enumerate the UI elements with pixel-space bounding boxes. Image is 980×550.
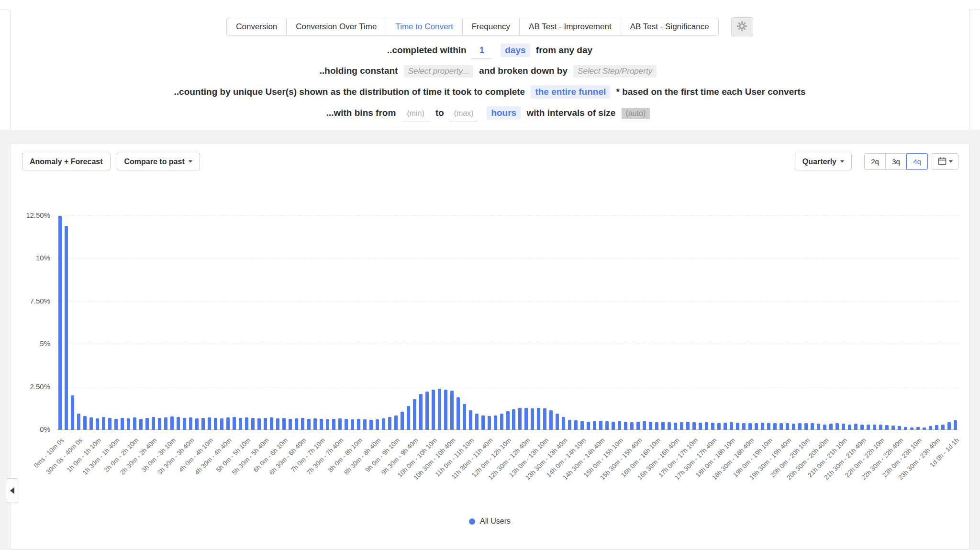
histogram-bar-40[interactable] — [307, 419, 311, 430]
range-3q-button[interactable]: 3q — [885, 153, 907, 170]
histogram-bar-113[interactable] — [761, 423, 764, 430]
bin-min-input[interactable]: (min) — [402, 105, 430, 122]
histogram-bar-56[interactable] — [407, 406, 410, 430]
histogram-bar-30[interactable] — [245, 417, 248, 430]
histogram-bar-25[interactable] — [214, 418, 217, 430]
histogram-bar-70[interactable] — [494, 415, 497, 430]
histogram-bar-100[interactable] — [680, 422, 683, 430]
histogram-bar-65[interactable] — [463, 404, 466, 430]
histogram-bar-123[interactable] — [823, 425, 826, 430]
anomaly-forecast-button[interactable]: Anomaly + Forecast — [22, 153, 111, 170]
histogram-bar-99[interactable] — [674, 423, 677, 430]
histogram-bar-27[interactable] — [226, 417, 230, 430]
histogram-bar-116[interactable] — [780, 423, 783, 430]
histogram-bar-2[interactable] — [71, 395, 74, 430]
histogram-bar-13[interactable] — [139, 419, 143, 430]
histogram-bar-128[interactable] — [854, 424, 858, 430]
bin-unit-dropdown[interactable]: hours — [487, 106, 521, 120]
histogram-bar-43[interactable] — [326, 419, 329, 430]
histogram-bar-84[interactable] — [580, 421, 584, 430]
histogram-bar-66[interactable] — [469, 410, 472, 430]
histogram-bar-133[interactable] — [885, 425, 889, 430]
histogram-bar-122[interactable] — [817, 424, 820, 430]
histogram-bar-1[interactable] — [65, 226, 68, 430]
histogram-bar-59[interactable] — [425, 392, 429, 430]
histogram-bar-16[interactable] — [158, 418, 161, 430]
bin-size-input[interactable]: (auto) — [622, 108, 650, 119]
histogram-bar-80[interactable] — [556, 414, 559, 430]
histogram-bar-19[interactable] — [177, 417, 180, 430]
tab-ab-test-significance[interactable]: AB Test - Significance — [621, 18, 719, 36]
histogram-bar-96[interactable] — [655, 422, 658, 430]
date-picker-button[interactable] — [932, 153, 958, 170]
sidebar-collapse-handle[interactable] — [6, 478, 18, 503]
histogram-bar-93[interactable] — [636, 422, 640, 430]
histogram-bar-58[interactable] — [419, 394, 423, 430]
histogram-bar-127[interactable] — [848, 425, 851, 430]
histogram-bar-137[interactable] — [910, 427, 913, 430]
histogram-bar-54[interactable] — [394, 415, 398, 430]
histogram-bar-119[interactable] — [798, 423, 802, 430]
histogram-bar-134[interactable] — [891, 426, 895, 430]
histogram-bar-109[interactable] — [736, 423, 739, 430]
histogram-bar-98[interactable] — [668, 422, 671, 430]
histogram-bar-69[interactable] — [488, 416, 491, 430]
histogram-bar-41[interactable] — [313, 418, 317, 430]
histogram-bar-143[interactable] — [947, 422, 951, 430]
histogram-bar-28[interactable] — [233, 417, 236, 430]
histogram-bar-51[interactable] — [376, 419, 379, 430]
histogram-bar-71[interactable] — [500, 414, 503, 430]
tab-ab-test-improvement[interactable]: AB Test - Improvement — [519, 18, 621, 36]
histogram-bar-23[interactable] — [201, 418, 205, 430]
histogram-bar-42[interactable] — [320, 419, 323, 430]
histogram-bar-125[interactable] — [835, 423, 839, 430]
histogram-bar-95[interactable] — [649, 422, 652, 430]
histogram-bar-81[interactable] — [562, 417, 565, 430]
histogram-bar-52[interactable] — [382, 418, 385, 430]
histogram-bar-126[interactable] — [842, 424, 845, 430]
time-unit-dropdown[interactable]: days — [501, 44, 530, 57]
histogram-bar-124[interactable] — [829, 424, 833, 430]
histogram-bar-87[interactable] — [599, 421, 602, 430]
tab-conversion-over-time[interactable]: Conversion Over Time — [286, 18, 386, 36]
tab-conversion[interactable]: Conversion — [226, 18, 287, 36]
range-2q-button[interactable]: 2q — [864, 153, 886, 170]
histogram-bar-85[interactable] — [587, 422, 590, 430]
histogram-bar-60[interactable] — [432, 390, 435, 430]
histogram-bar-22[interactable] — [195, 418, 199, 430]
histogram-bar-48[interactable] — [357, 419, 360, 430]
histogram-bar-121[interactable] — [811, 423, 814, 430]
select-property-dropdown[interactable]: Select property... — [404, 65, 473, 78]
histogram-bar-61[interactable] — [438, 389, 441, 430]
histogram-bar-63[interactable] — [450, 391, 454, 430]
histogram-bar-92[interactable] — [630, 422, 634, 430]
histogram-bar-18[interactable] — [170, 416, 174, 430]
histogram-bar-131[interactable] — [873, 425, 876, 430]
select-step-property-dropdown[interactable]: Select Step/Property — [573, 65, 657, 78]
histogram-bar-115[interactable] — [773, 423, 777, 430]
histogram-bar-138[interactable] — [916, 427, 920, 430]
histogram-bar-74[interactable] — [518, 408, 522, 430]
histogram-bar-62[interactable] — [444, 390, 447, 430]
histogram-bar-89[interactable] — [612, 422, 615, 430]
histogram-bar-38[interactable] — [295, 418, 298, 430]
histogram-bar-10[interactable] — [121, 418, 124, 430]
histogram-bar-49[interactable] — [363, 419, 367, 430]
histogram-bar-129[interactable] — [860, 425, 864, 430]
histogram-bar-136[interactable] — [904, 427, 907, 430]
histogram-bar-53[interactable] — [388, 417, 391, 430]
histogram-bar-103[interactable] — [699, 423, 702, 430]
granularity-dropdown[interactable]: Quarterly — [795, 153, 852, 170]
histogram-bar-83[interactable] — [574, 420, 578, 430]
histogram-bar-7[interactable] — [102, 417, 105, 430]
tab-frequency[interactable]: Frequency — [462, 18, 520, 36]
histogram-bar-68[interactable] — [481, 415, 485, 430]
histogram-bar-67[interactable] — [475, 414, 479, 430]
settings-button[interactable] — [731, 17, 753, 36]
histogram-bar-102[interactable] — [692, 422, 696, 430]
histogram-bar-104[interactable] — [705, 422, 708, 430]
histogram-bar-44[interactable] — [332, 419, 335, 430]
histogram-bar-90[interactable] — [618, 421, 621, 430]
histogram-bar-75[interactable] — [524, 408, 528, 430]
legend-series-label[interactable]: All Users — [480, 517, 511, 526]
